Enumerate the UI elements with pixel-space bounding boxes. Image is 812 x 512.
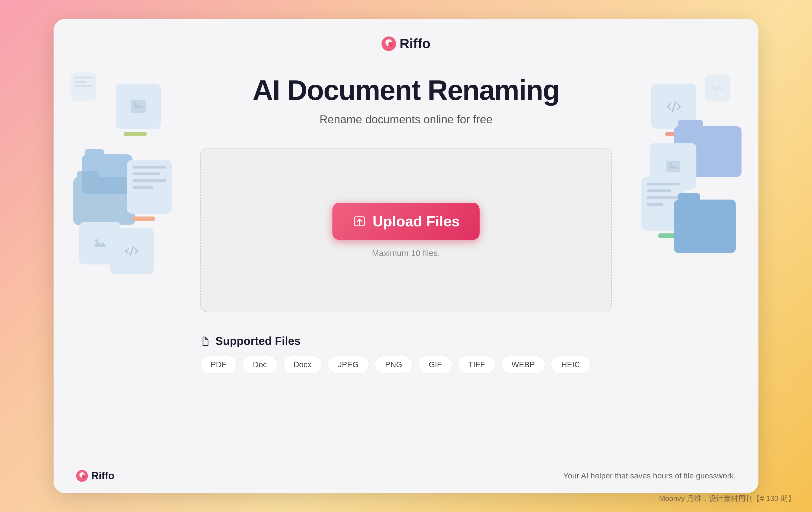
page-title: AI Document Renaming xyxy=(253,74,559,106)
footer: Riffo Your AI helper that saves hours of… xyxy=(54,459,758,493)
file-type-webp: WEBP xyxy=(501,356,545,373)
file-type-docx: Docx xyxy=(283,356,322,373)
logo-icon xyxy=(381,36,396,51)
file-type-pdf: PDF xyxy=(200,356,237,373)
supported-title: Supported Files xyxy=(200,335,612,347)
upload-button-label: Upload Files xyxy=(373,213,460,230)
svg-point-13 xyxy=(82,475,85,478)
svg-point-14 xyxy=(80,473,82,476)
page-subtitle: Rename documents online for free xyxy=(319,113,493,126)
file-types-list: PDF Doc Docx JPEG PNG GIF TIFF WEBP HEIC xyxy=(200,356,612,373)
file-type-jpeg: JPEG xyxy=(328,356,369,373)
file-type-heic: HEIC xyxy=(551,356,591,373)
footer-logo: Riffo xyxy=(76,470,114,482)
file-type-png: PNG xyxy=(375,356,413,373)
upload-button[interactable]: Upload Files xyxy=(332,203,479,240)
svg-point-7 xyxy=(388,42,393,47)
file-type-gif: GIF xyxy=(418,356,452,373)
file-type-tiff: TIFF xyxy=(458,356,495,373)
footer-tagline: Your AI helper that saves hours of file … xyxy=(563,471,736,480)
footer-logo-text: Riffo xyxy=(91,470,114,482)
file-type-doc: Doc xyxy=(242,356,278,373)
file-icon xyxy=(200,336,211,347)
upload-icon xyxy=(352,214,367,228)
footer-logo-icon xyxy=(76,470,88,482)
watermark: Moonvy 月维，设计素材周刊【# 130 期】 xyxy=(659,494,795,504)
header-logo-text: Riffo xyxy=(400,36,430,51)
main-content: AI Document Renaming Rename documents on… xyxy=(54,74,758,373)
supported-section: Supported Files PDF Doc Docx JPEG PNG GI… xyxy=(200,335,612,373)
drop-zone[interactable]: Upload Files Maximum 10 files. xyxy=(200,149,612,312)
svg-point-8 xyxy=(386,41,389,44)
max-files-text: Maximum 10 files. xyxy=(372,248,440,258)
header: Riffo xyxy=(381,19,430,51)
main-card: Riffo AI Document Renaming Rename docume… xyxy=(54,19,758,493)
